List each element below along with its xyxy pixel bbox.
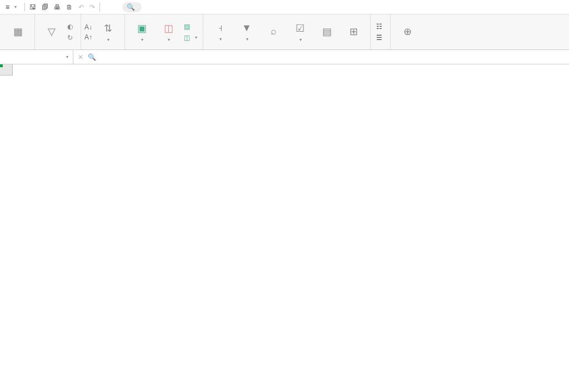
quick-access-toolbar: 🖫 🗐 🖶 🗎 ↶ ↷	[29, 3, 95, 11]
showall-button[interactable]: ◐	[65, 22, 77, 31]
filter-icon: ▽	[48, 26, 56, 38]
save-as-icon[interactable]: 🗐	[42, 3, 48, 11]
name-box[interactable]: ▾	[0, 50, 73, 64]
compare-icon: ◫	[164, 22, 173, 34]
separator	[99, 3, 100, 12]
reapply-button[interactable]: ↻	[65, 33, 77, 42]
redo-icon[interactable]: ↷	[89, 3, 95, 11]
reject-dup-button[interactable]: ◫▾	[182, 33, 199, 42]
cell-reference-input[interactable]	[4, 53, 49, 61]
formula-input[interactable]	[105, 50, 569, 64]
reapply-icon: ↻	[67, 34, 73, 42]
formula-bar: ▾ ✕ 🔍	[0, 50, 569, 64]
validation-button[interactable]: ☑ ▾	[287, 21, 313, 43]
insert-dropdown-button[interactable]: ▤	[313, 24, 340, 40]
sort-icon: ⇅	[104, 22, 112, 34]
validation-icon: ☑	[296, 22, 305, 34]
highlight-icon: ▣	[137, 22, 147, 34]
whatif-button[interactable]: ☷	[374, 22, 387, 31]
find-input-button[interactable]: ⌕	[260, 24, 287, 39]
search-icon: 🔍	[127, 3, 135, 11]
menubar: ≡ ▾ 🖫 🗐 🖶 🗎 ↶ ↷ 🔍	[0, 0, 569, 14]
undo-icon[interactable]: ↶	[78, 3, 84, 11]
pivot-table-button[interactable]: ▦	[4, 24, 31, 40]
search-box[interactable]: 🔍	[122, 2, 142, 12]
search-fx-icon[interactable]: 🔍	[88, 53, 96, 61]
consolidate-icon: ⊞	[350, 26, 358, 38]
dropdown-icon: ▤	[322, 26, 332, 38]
create-icon: ⊕	[403, 26, 412, 38]
form-button[interactable]: ☰	[374, 33, 387, 42]
consolidate-button[interactable]: ⊞	[340, 24, 367, 40]
whatif-icon: ☷	[376, 23, 382, 31]
chevron-down-icon: ▾	[14, 4, 17, 9]
remove-dup-icon: ▤	[184, 23, 190, 31]
separator	[24, 3, 25, 12]
reject-dup-icon: ◫	[184, 34, 190, 42]
select-all-corner[interactable]	[0, 64, 13, 76]
split-icon: ⫞	[218, 22, 223, 34]
chevron-down-icon[interactable]: ▾	[66, 54, 68, 59]
pivot-icon: ▦	[13, 26, 23, 38]
cancel-icon[interactable]: ✕	[78, 53, 83, 61]
file-menu[interactable]: ≡ ▾	[2, 2, 20, 12]
form-icon: ☰	[376, 34, 382, 42]
sort-desc-icon[interactable]: A↑	[84, 33, 92, 41]
save-icon[interactable]: 🖫	[29, 3, 36, 11]
autofilter-button[interactable]: ▽	[38, 24, 65, 40]
sort-asc-icon[interactable]: A↓	[84, 23, 92, 31]
spreadsheet-grid[interactable]	[0, 64, 569, 392]
print-icon[interactable]: 🖶	[54, 3, 61, 11]
text-to-columns-button[interactable]: ⫞ ▾	[207, 21, 233, 43]
fill-icon: ▼	[242, 22, 252, 34]
data-compare-button[interactable]: ◫ ▾	[155, 21, 182, 43]
find-icon: ⌕	[271, 26, 277, 37]
showall-icon: ◐	[67, 23, 73, 31]
preview-icon[interactable]: 🗎	[66, 3, 73, 11]
fill-button[interactable]: ▼ ▾	[233, 21, 260, 43]
create-button[interactable]: ⊕	[394, 24, 421, 40]
ribbon: ▦ ▽ ◐ ↻ A↓ A↑ ⇅ ▾ ▣ ▾ ◫ ▾	[0, 14, 569, 50]
highlight-dup-button[interactable]: ▣ ▾	[128, 21, 155, 43]
sort-button[interactable]: ⇅ ▾	[94, 21, 121, 43]
remove-dup-button[interactable]: ▤	[182, 22, 199, 31]
hamburger-icon: ≡	[6, 3, 9, 11]
